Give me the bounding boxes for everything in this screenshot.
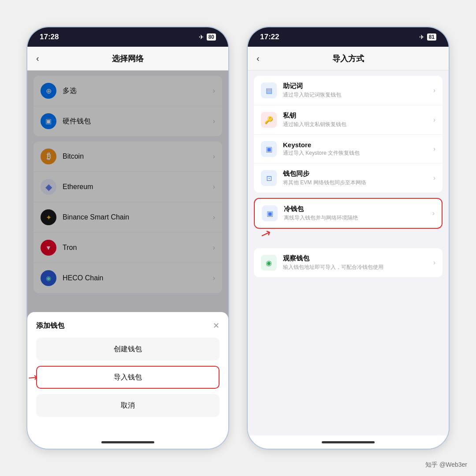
nav-title-right: 导入方式 bbox=[332, 53, 364, 64]
sheet-header: 添加钱包 ✕ bbox=[36, 321, 219, 331]
import-section-main: ▤ 助记词 通过导入助记词恢复钱包 › 🔑 私钥 通过输入明文私钥恢复钱包 › bbox=[254, 76, 443, 193]
chevron-watch: › bbox=[433, 259, 435, 267]
nav-bar-right: ‹ 导入方式 bbox=[248, 47, 449, 71]
bottom-sheet: 添加钱包 ✕ 创建钱包 导入钱包 ↗ 取消 bbox=[27, 312, 228, 435]
watch-icon: ◉ bbox=[261, 255, 277, 271]
sync-desc: 将其他 EVM 网络钱包同步至本网络 bbox=[283, 179, 433, 186]
privatekey-title: 私钥 bbox=[283, 112, 433, 120]
nav-title-left: 选择网络 bbox=[112, 53, 144, 64]
phone-left: 17:28 ✈ 80 ‹ 选择网络 ⊕ 多选 › ▣ 硬件钱包 › bbox=[26, 26, 229, 450]
keystore-title: Keystore bbox=[283, 141, 433, 149]
import-item-privatekey[interactable]: 🔑 私钥 通过输入明文私钥恢复钱包 › bbox=[254, 105, 443, 135]
keystore-desc: 通过导入 Keystore 文件恢复钱包 bbox=[283, 149, 433, 157]
content-left: ⊕ 多选 › ▣ 硬件钱包 › ₿ Bitcoin › ◆ E bbox=[27, 71, 228, 435]
create-wallet-button[interactable]: 创建钱包 bbox=[36, 338, 219, 361]
back-button-left[interactable]: ‹ bbox=[36, 53, 39, 63]
home-indicator-left bbox=[27, 435, 228, 449]
chevron-privatekey: › bbox=[433, 116, 435, 124]
phone-right: 17:22 ✈ 81 ‹ 导入方式 ▤ 助记词 通过导入助记词恢复钱包 bbox=[247, 26, 450, 450]
battery-left: 80 bbox=[207, 33, 216, 41]
status-icons-left: ✈ 80 bbox=[199, 33, 216, 41]
status-time-left: 17:28 bbox=[40, 33, 59, 41]
import-list: ▤ 助记词 通过导入助记词恢复钱包 › 🔑 私钥 通过输入明文私钥恢复钱包 › bbox=[248, 76, 449, 435]
watch-text: 观察钱包 输入钱包地址即可导入，可配合冷钱包使用 bbox=[283, 254, 433, 271]
status-bar-right: 17:22 ✈ 81 bbox=[248, 27, 449, 47]
status-bar-left: 17:28 ✈ 80 bbox=[27, 27, 228, 47]
cold-desc: 离线导入钱包并与网络环境隔绝 bbox=[284, 214, 432, 222]
import-item-sync[interactable]: ⊡ 钱包同步 将其他 EVM 网络钱包同步至本网络 › bbox=[254, 164, 443, 193]
back-button-right[interactable]: ‹ bbox=[257, 53, 260, 63]
cold-text: 冷钱包 离线导入钱包并与网络环境隔绝 bbox=[284, 205, 432, 222]
watch-title: 观察钱包 bbox=[283, 254, 433, 263]
battery-right: 81 bbox=[427, 33, 436, 41]
home-bar-right bbox=[322, 441, 375, 443]
sheet-title: 添加钱包 bbox=[36, 321, 64, 331]
import-section-cold: ▣ 冷钱包 离线导入钱包并与网络环境隔绝 › bbox=[254, 198, 443, 229]
mnemonic-icon: ▤ bbox=[261, 82, 277, 98]
import-item-keystore[interactable]: ▣ Keystore 通过导入 Keystore 文件恢复钱包 › bbox=[254, 135, 443, 164]
cold-title: 冷钱包 bbox=[284, 205, 432, 213]
home-indicator-right bbox=[248, 435, 449, 449]
sync-title: 钱包同步 bbox=[283, 170, 433, 178]
import-item-cold[interactable]: ▣ 冷钱包 离线导入钱包并与网络环境隔绝 › bbox=[255, 199, 442, 228]
cold-icon: ▣ bbox=[262, 205, 278, 221]
import-item-mnemonic[interactable]: ▤ 助记词 通过导入助记词恢复钱包 › bbox=[254, 76, 443, 105]
privatekey-icon: 🔑 bbox=[261, 112, 277, 128]
chevron-keystore: › bbox=[433, 145, 435, 153]
keystore-icon: ▣ bbox=[261, 141, 277, 157]
import-wallet-button[interactable]: 导入钱包 bbox=[36, 366, 219, 389]
watch-desc: 输入钱包地址即可导入，可配合冷钱包使用 bbox=[283, 264, 433, 271]
cold-wallet-wrapper: ▣ 冷钱包 离线导入钱包并与网络环境隔绝 › ↗ bbox=[248, 198, 449, 229]
chevron-mnemonic: › bbox=[433, 86, 435, 94]
airplane-icon-right: ✈ bbox=[419, 33, 424, 41]
import-item-watch[interactable]: ◉ 观察钱包 输入钱包地址即可导入，可配合冷钱包使用 › bbox=[254, 248, 443, 277]
chevron-cold: › bbox=[432, 209, 435, 217]
sync-icon: ⊡ bbox=[261, 170, 277, 186]
mnemonic-title: 助记词 bbox=[283, 82, 433, 90]
mnemonic-text: 助记词 通过导入助记词恢复钱包 bbox=[283, 82, 433, 99]
import-section-watch: ◉ 观察钱包 输入钱包地址即可导入，可配合冷钱包使用 › bbox=[254, 248, 443, 277]
content-right: ▤ 助记词 通过导入助记词恢复钱包 › 🔑 私钥 通过输入明文私钥恢复钱包 › bbox=[248, 71, 449, 435]
mnemonic-desc: 通过导入助记词恢复钱包 bbox=[283, 91, 433, 99]
import-wrapper: 导入钱包 ↗ bbox=[36, 366, 219, 389]
privatekey-text: 私钥 通过输入明文私钥恢复钱包 bbox=[283, 112, 433, 128]
status-icons-right: ✈ 81 bbox=[419, 33, 436, 41]
nav-bar-left: ‹ 选择网络 bbox=[27, 47, 228, 71]
sheet-close-button[interactable]: ✕ bbox=[213, 321, 219, 331]
chevron-sync: › bbox=[433, 174, 435, 182]
status-time-right: 17:22 bbox=[260, 33, 279, 41]
bottom-sheet-overlay: 添加钱包 ✕ 创建钱包 导入钱包 ↗ 取消 bbox=[27, 71, 228, 435]
cancel-button[interactable]: 取消 bbox=[36, 394, 219, 417]
home-bar-left bbox=[101, 441, 154, 443]
privatekey-desc: 通过输入明文私钥恢复钱包 bbox=[283, 121, 433, 128]
keystore-text: Keystore 通过导入 Keystore 文件恢复钱包 bbox=[283, 141, 433, 157]
airplane-icon-left: ✈ bbox=[199, 33, 204, 41]
watermark: 知乎 @Web3er bbox=[425, 461, 467, 469]
sync-text: 钱包同步 将其他 EVM 网络钱包同步至本网络 bbox=[283, 170, 433, 186]
